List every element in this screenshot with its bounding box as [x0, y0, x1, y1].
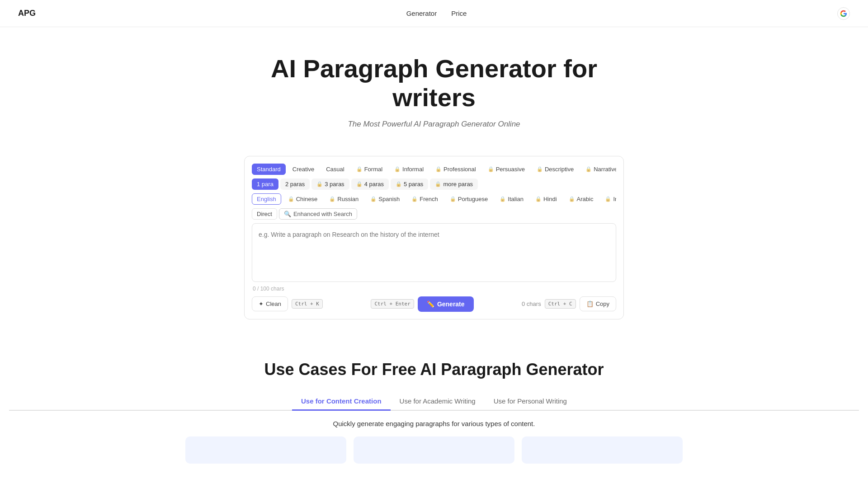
copy-shortcut: Ctrl + C — [545, 299, 576, 309]
tab-descriptive[interactable]: 🔒Descriptive — [532, 164, 579, 175]
generate-button[interactable]: ✏️ Generate — [418, 296, 474, 312]
tab-more-paras[interactable]: 🔒more paras — [430, 178, 478, 190]
tab-academic-writing[interactable]: Use for Academic Writing — [391, 393, 485, 411]
use-case-card-3 — [522, 436, 683, 464]
para-tabs-row: 1 para 2 paras 🔒3 paras 🔒4 paras 🔒5 para… — [252, 178, 616, 190]
lang-tabs-row: English 🔒Chinese 🔒Russian 🔒Spanish 🔒Fren… — [252, 193, 616, 205]
generator-section: Standard Creative Casual 🔒Formal 🔒Inform… — [235, 156, 633, 319]
tab-portuguese[interactable]: 🔒Portuguese — [445, 193, 493, 205]
nav-generator[interactable]: Generator — [406, 9, 437, 17]
mode-tabs-row: Direct 🔍 Enhanced with Search — [252, 208, 616, 220]
use-case-card-2 — [354, 436, 514, 464]
textarea-wrapper: 0 / 100 chars — [252, 223, 616, 292]
tab-professional[interactable]: 🔒Professional — [430, 164, 481, 175]
search-icon: 🔍 — [284, 211, 291, 217]
tab-french[interactable]: 🔒French — [406, 193, 443, 205]
tab-hindi[interactable]: 🔒Hindi — [530, 193, 562, 205]
copy-button[interactable]: 📋 Copy — [580, 296, 616, 311]
action-right: 0 chars Ctrl + C 📋 Copy — [522, 296, 616, 311]
tab-russian[interactable]: 🔒Russian — [324, 193, 363, 205]
tab-creative[interactable]: Creative — [288, 164, 319, 175]
logo[interactable]: APG — [18, 9, 36, 18]
tab-chinese[interactable]: 🔒Chinese — [283, 193, 323, 205]
tab-persuasive[interactable]: 🔒Persuasive — [483, 164, 530, 175]
action-left: ✦ Clean Ctrl + K — [252, 296, 323, 311]
navbar: APG Generator Price — [0, 0, 868, 27]
char-count: 0 / 100 chars — [252, 286, 616, 292]
tab-indonesian[interactable]: 🔒Indonesian — [600, 193, 616, 205]
hero-subtitle: The Most Powerful AI Paragraph Generator… — [9, 120, 859, 129]
tab-personal-writing[interactable]: Use for Personal Writing — [485, 393, 576, 411]
tab-standard[interactable]: Standard — [252, 164, 286, 175]
tab-5paras[interactable]: 🔒5 paras — [391, 178, 428, 190]
tab-arabic[interactable]: 🔒Arabic — [564, 193, 599, 205]
google-icon[interactable] — [837, 7, 850, 20]
tab-direct[interactable]: Direct — [252, 208, 277, 220]
tab-2paras[interactable]: 2 paras — [280, 178, 310, 190]
generate-shortcut: Ctrl + Enter — [371, 299, 414, 309]
use-cases-tabs: Use for Content Creation Use for Academi… — [9, 393, 859, 411]
tab-informal[interactable]: 🔒Informal — [389, 164, 429, 175]
tab-3paras[interactable]: 🔒3 paras — [311, 178, 349, 190]
use-cases-cards — [185, 436, 683, 464]
nav-price[interactable]: Price — [451, 9, 467, 17]
use-case-card-1 — [185, 436, 346, 464]
tab-content-creation[interactable]: Use for Content Creation — [292, 393, 391, 411]
tab-spanish[interactable]: 🔒Spanish — [365, 193, 405, 205]
nav-right — [837, 7, 850, 20]
use-cases-title: Use Cases For Free AI Paragraph Generato… — [9, 360, 859, 379]
clean-shortcut: Ctrl + K — [292, 299, 323, 309]
action-center: Ctrl + Enter ✏️ Generate — [371, 296, 473, 312]
use-cases-description: Quickly generate engaging paragraphs for… — [9, 420, 859, 427]
generate-icon: ✏️ — [427, 300, 434, 308]
tab-english[interactable]: English — [252, 193, 281, 205]
output-char-count: 0 chars — [522, 300, 541, 307]
tab-4paras[interactable]: 🔒4 paras — [351, 178, 389, 190]
tab-enhanced-search[interactable]: 🔍 Enhanced with Search — [279, 208, 357, 220]
hero-section: AI Paragraph Generator for writers The M… — [0, 27, 868, 142]
tab-formal[interactable]: 🔒Formal — [351, 164, 387, 175]
style-tabs-row: Standard Creative Casual 🔒Formal 🔒Inform… — [252, 164, 616, 175]
tab-1para[interactable]: 1 para — [252, 178, 278, 190]
action-bar: ✦ Clean Ctrl + K Ctrl + Enter ✏️ Generat… — [252, 296, 616, 312]
generator-panel: Standard Creative Casual 🔒Formal 🔒Inform… — [244, 156, 624, 319]
clean-icon: ✦ — [259, 300, 264, 307]
tab-casual[interactable]: Casual — [321, 164, 349, 175]
hero-title: AI Paragraph Generator for writers — [253, 54, 615, 113]
copy-icon: 📋 — [586, 300, 594, 307]
use-cases-section: Use Cases For Free AI Paragraph Generato… — [0, 333, 868, 477]
tab-narrative[interactable]: 🔒Narrative — [580, 164, 616, 175]
tab-italian[interactable]: 🔒Italian — [495, 193, 528, 205]
clean-button[interactable]: ✦ Clean — [252, 296, 288, 311]
prompt-input[interactable] — [252, 223, 616, 282]
nav-links: Generator Price — [406, 9, 467, 17]
